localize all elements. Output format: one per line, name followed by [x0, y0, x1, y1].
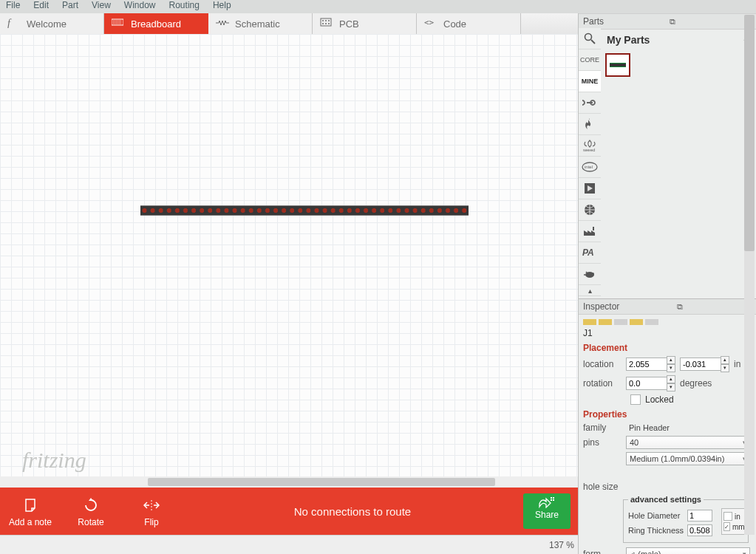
fritzing-watermark: fritzing: [22, 448, 86, 473]
tab-schematic[interactable]: Schematic: [208, 13, 313, 34]
ring-thickness-input[interactable]: [687, 524, 712, 536]
tab-breadboard[interactable]: Breadboard: [104, 13, 208, 34]
canvas-hscroll-thumb[interactable]: [148, 478, 495, 486]
unit-in-checkbox[interactable]: [723, 512, 732, 521]
swatch-icon[interactable]: [630, 319, 643, 325]
menu-file[interactable]: File: [6, 0, 20, 10]
rotate-button[interactable]: Rotate: [61, 495, 121, 527]
tab-code[interactable]: <> Code: [417, 13, 521, 34]
locked-row: Locked: [630, 394, 750, 405]
svg-rect-15: [553, 497, 554, 499]
right-column: Parts ⧉ ✕ CORE MINE seeed intel: [579, 13, 756, 554]
swatch-pcb[interactable]: [614, 319, 627, 325]
form-label: form: [583, 549, 626, 554]
bin-pa[interactable]: PA: [579, 242, 601, 264]
bin-obsolete[interactable]: [579, 264, 601, 285]
menu-window[interactable]: Window: [124, 0, 156, 10]
form-dropdown[interactable]: ♂ (male): [626, 547, 750, 554]
holesize-row: hole size: [583, 468, 750, 492]
bin-search[interactable]: [579, 28, 601, 49]
note-icon: [0, 498, 61, 514]
svg-line-19: [591, 40, 595, 44]
bin-sparkfun[interactable]: [579, 114, 601, 135]
swatch-schematic[interactable]: [599, 319, 612, 325]
component-name: J1: [583, 328, 750, 338]
tab-label: Schematic: [235, 18, 280, 30]
pin-header-part[interactable]: [140, 205, 469, 216]
add-note-button[interactable]: Add a note: [0, 495, 61, 527]
svg-text:seeed: seeed: [583, 148, 595, 152]
svg-text:f: f: [7, 18, 12, 28]
bin-core[interactable]: CORE: [579, 49, 601, 71]
svg-point-8: [328, 20, 330, 21]
tab-welcome[interactable]: f Welcome: [0, 13, 104, 34]
bin-scroll-up[interactable]: ▴: [579, 285, 601, 296]
unit-mm-checkbox[interactable]: ✓: [723, 522, 730, 531]
pa-icon: PA: [582, 247, 597, 258]
inspector-panel-header: Inspector ⧉ ✕: [579, 298, 756, 315]
bin-mine[interactable]: MINE: [579, 71, 601, 92]
svg-rect-16: [551, 499, 552, 501]
menu-help[interactable]: Help: [213, 0, 231, 10]
location-y-input[interactable]: [680, 358, 721, 371]
menu-routing[interactable]: Routing: [169, 0, 200, 10]
tab-pcb[interactable]: PCB: [313, 13, 417, 34]
menu-edit[interactable]: Edit: [33, 0, 49, 10]
flip-icon: [121, 498, 182, 514]
bin-intel[interactable]: intel: [579, 157, 601, 178]
swatch-breadboard[interactable]: [583, 319, 596, 325]
inspector-undock-icon[interactable]: ⧉: [677, 302, 683, 312]
swatch-empty[interactable]: [645, 319, 658, 325]
canvas-hscrollbar[interactable]: [0, 476, 578, 488]
hole-diameter-input[interactable]: [687, 510, 712, 521]
globe-icon: [583, 203, 596, 216]
window-vscroll-thumb[interactable]: [744, 15, 755, 251]
menu-view[interactable]: View: [92, 0, 111, 10]
flip-button[interactable]: Flip: [121, 495, 182, 527]
family-label: family: [583, 423, 626, 433]
seeed-icon: seeed: [582, 139, 598, 152]
rotation-label: rotation: [583, 378, 626, 389]
bin-contrib[interactable]: [579, 199, 601, 221]
search-icon: [584, 33, 596, 44]
part-thumb-pin-header[interactable]: [605, 53, 630, 77]
play-icon: [584, 182, 596, 194]
ring-thickness-label: Ring Thickness: [628, 526, 687, 535]
location-row: location ▴▾ ▴▾ in: [583, 356, 750, 372]
svg-point-6: [322, 20, 324, 21]
breadboard-canvas[interactable]: fritzing: [0, 34, 578, 488]
menu-bar: File Edit Part View Window Routing Help: [0, 0, 756, 13]
location-x-input[interactable]: [626, 358, 667, 371]
view-tabstrip: f Welcome Breadboard Schematic PCB <> Co…: [0, 13, 578, 35]
share-button[interactable]: Share: [523, 493, 571, 529]
location-y-stepper[interactable]: ▴▾: [721, 356, 729, 372]
parts-bin-strip: CORE MINE seeed intel PA: [579, 28, 601, 301]
parts-panel-undock-icon[interactable]: ⧉: [670, 17, 675, 27]
window-vscrollbar[interactable]: [744, 15, 755, 535]
bin-seeed[interactable]: seeed: [579, 135, 601, 157]
button-label: Flip: [144, 517, 158, 527]
locked-checkbox[interactable]: [630, 394, 641, 405]
svg-text:PA: PA: [582, 247, 594, 258]
location-x-stepper[interactable]: ▴▾: [667, 356, 675, 372]
rotation-unit: degrees: [680, 378, 712, 389]
bin-fab[interactable]: [579, 221, 601, 242]
svg-rect-17: [553, 499, 554, 501]
parts-list: [601, 49, 756, 309]
button-label: Rotate: [78, 517, 103, 527]
menu-part[interactable]: Part: [62, 0, 78, 10]
pins-dropdown[interactable]: 40: [626, 436, 750, 449]
rotate-icon: [61, 498, 121, 514]
rotation-input[interactable]: [626, 377, 667, 390]
breadboard-icon: [112, 18, 123, 30]
pin-thickness-dropdown[interactable]: Medium (1.0mm/0.0394in): [626, 452, 750, 465]
inspector-panel: Inspector ⧉ ✕ J1 Placement location ▴▾ ▴…: [579, 298, 756, 554]
rotation-stepper[interactable]: ▴▾: [667, 375, 675, 391]
placement-section-header: Placement: [583, 343, 750, 353]
parts-bin-title-row: My Parts •••: [579, 30, 756, 50]
routing-status: No connections to route: [182, 505, 523, 518]
unit-in-label: in: [735, 513, 740, 521]
tab-label: Code: [443, 18, 466, 30]
bin-arduino[interactable]: [579, 92, 601, 114]
bin-play[interactable]: [579, 178, 601, 199]
